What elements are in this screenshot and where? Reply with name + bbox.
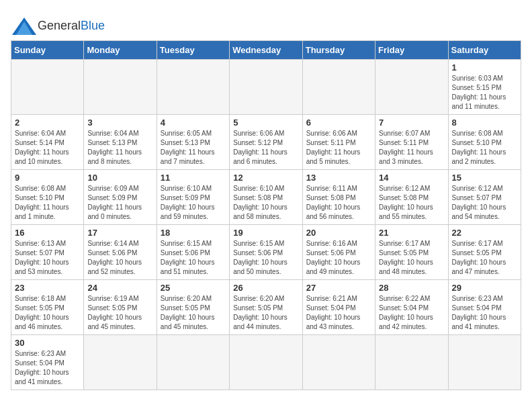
calendar-cell: 5Sunrise: 6:06 AMSunset: 5:12 PMDaylight… xyxy=(230,115,302,170)
day-number: 22 xyxy=(452,228,517,238)
calendar-cell: 16Sunrise: 6:13 AMSunset: 5:07 PMDayligh… xyxy=(11,225,84,280)
calendar-cell: 19Sunrise: 6:15 AMSunset: 5:06 PMDayligh… xyxy=(230,225,302,280)
day-info: Sunrise: 6:12 AMSunset: 5:07 PMDaylight:… xyxy=(452,184,517,222)
day-header-wednesday: Wednesday xyxy=(230,41,302,60)
calendar-week-row: 2Sunrise: 6:04 AMSunset: 5:14 PMDaylight… xyxy=(11,115,521,170)
day-info: Sunrise: 6:09 AMSunset: 5:09 PMDaylight:… xyxy=(87,184,152,222)
calendar-cell: 10Sunrise: 6:09 AMSunset: 5:09 PMDayligh… xyxy=(84,170,157,225)
calendar-cell: 9Sunrise: 6:08 AMSunset: 5:10 PMDaylight… xyxy=(11,170,84,225)
calendar-cell xyxy=(11,60,84,115)
calendar-header-row: SundayMondayTuesdayWednesdayThursdayFrid… xyxy=(11,41,521,60)
day-info: Sunrise: 6:20 AMSunset: 5:05 PMDaylight:… xyxy=(233,294,298,332)
calendar-cell xyxy=(230,60,302,115)
calendar-cell: 1Sunrise: 6:03 AMSunset: 5:15 PMDaylight… xyxy=(448,60,521,115)
calendar-cell: 17Sunrise: 6:14 AMSunset: 5:06 PMDayligh… xyxy=(84,225,157,280)
calendar-week-row: 30Sunrise: 6:23 AMSunset: 5:04 PMDayligh… xyxy=(11,335,521,390)
day-number: 25 xyxy=(161,283,226,293)
calendar-cell xyxy=(84,60,157,115)
calendar-cell: 3Sunrise: 6:04 AMSunset: 5:13 PMDaylight… xyxy=(84,115,157,170)
day-info: Sunrise: 6:20 AMSunset: 5:05 PMDaylight:… xyxy=(161,294,226,332)
calendar-cell: 11Sunrise: 6:10 AMSunset: 5:09 PMDayligh… xyxy=(157,170,229,225)
day-info: Sunrise: 6:15 AMSunset: 5:06 PMDaylight:… xyxy=(233,239,298,277)
day-header-saturday: Saturday xyxy=(448,41,521,60)
calendar-cell: 23Sunrise: 6:18 AMSunset: 5:05 PMDayligh… xyxy=(11,280,84,335)
calendar-cell xyxy=(375,335,448,390)
day-number: 27 xyxy=(306,283,371,293)
calendar-week-row: 9Sunrise: 6:08 AMSunset: 5:10 PMDaylight… xyxy=(11,170,521,225)
day-info: Sunrise: 6:13 AMSunset: 5:07 PMDaylight:… xyxy=(15,239,80,277)
calendar-cell: 6Sunrise: 6:06 AMSunset: 5:11 PMDaylight… xyxy=(302,115,375,170)
day-header-friday: Friday xyxy=(375,41,448,60)
day-number: 2 xyxy=(15,118,80,128)
day-info: Sunrise: 6:19 AMSunset: 5:05 PMDaylight:… xyxy=(87,294,152,332)
day-info: Sunrise: 6:15 AMSunset: 5:06 PMDaylight:… xyxy=(161,239,226,277)
calendar-cell: 22Sunrise: 6:17 AMSunset: 5:05 PMDayligh… xyxy=(448,225,521,280)
day-number: 11 xyxy=(161,173,226,183)
day-header-thursday: Thursday xyxy=(302,41,375,60)
day-number: 10 xyxy=(87,173,152,183)
calendar-cell: 8Sunrise: 6:08 AMSunset: 5:10 PMDaylight… xyxy=(448,115,521,170)
day-info: Sunrise: 6:23 AMSunset: 5:04 PMDaylight:… xyxy=(452,294,517,332)
calendar-cell: 13Sunrise: 6:11 AMSunset: 5:08 PMDayligh… xyxy=(302,170,375,225)
day-number: 18 xyxy=(161,228,226,238)
calendar-cell: 2Sunrise: 6:04 AMSunset: 5:14 PMDaylight… xyxy=(11,115,84,170)
day-number: 29 xyxy=(452,283,517,293)
calendar-cell: 29Sunrise: 6:23 AMSunset: 5:04 PMDayligh… xyxy=(448,280,521,335)
calendar-cell xyxy=(302,60,375,115)
day-info: Sunrise: 6:10 AMSunset: 5:09 PMDaylight:… xyxy=(161,184,226,222)
day-info: Sunrise: 6:14 AMSunset: 5:06 PMDaylight:… xyxy=(87,239,152,277)
calendar-cell: 18Sunrise: 6:15 AMSunset: 5:06 PMDayligh… xyxy=(157,225,229,280)
calendar-cell xyxy=(230,335,302,390)
calendar-cell: 28Sunrise: 6:22 AMSunset: 5:04 PMDayligh… xyxy=(375,280,448,335)
day-info: Sunrise: 6:11 AMSunset: 5:08 PMDaylight:… xyxy=(306,184,371,222)
day-info: Sunrise: 6:04 AMSunset: 5:14 PMDaylight:… xyxy=(15,129,80,167)
calendar-cell: 26Sunrise: 6:20 AMSunset: 5:05 PMDayligh… xyxy=(230,280,302,335)
calendar-week-row: 16Sunrise: 6:13 AMSunset: 5:07 PMDayligh… xyxy=(11,225,521,280)
calendar-week-row: 1Sunrise: 6:03 AMSunset: 5:15 PMDaylight… xyxy=(11,60,521,115)
calendar-cell xyxy=(157,335,229,390)
day-number: 3 xyxy=(87,118,152,128)
day-number: 21 xyxy=(379,228,444,238)
day-info: Sunrise: 6:08 AMSunset: 5:10 PMDaylight:… xyxy=(452,129,517,167)
day-number: 20 xyxy=(306,228,371,238)
day-number: 26 xyxy=(233,283,298,293)
day-number: 28 xyxy=(379,283,444,293)
day-info: Sunrise: 6:06 AMSunset: 5:11 PMDaylight:… xyxy=(306,129,371,167)
day-number: 8 xyxy=(452,118,517,128)
day-info: Sunrise: 6:03 AMSunset: 5:15 PMDaylight:… xyxy=(452,74,517,111)
calendar-cell xyxy=(302,335,375,390)
calendar: SundayMondayTuesdayWednesdayThursdayFrid… xyxy=(11,40,521,390)
day-number: 12 xyxy=(233,173,298,183)
calendar-cell: 12Sunrise: 6:10 AMSunset: 5:08 PMDayligh… xyxy=(230,170,302,225)
day-info: Sunrise: 6:21 AMSunset: 5:04 PMDaylight:… xyxy=(306,294,371,332)
day-number: 19 xyxy=(233,228,298,238)
header: GeneralBlue xyxy=(11,11,521,35)
day-number: 7 xyxy=(379,118,444,128)
day-number: 14 xyxy=(379,173,444,183)
day-number: 13 xyxy=(306,173,371,183)
day-number: 15 xyxy=(452,173,517,183)
calendar-cell xyxy=(84,335,157,390)
day-info: Sunrise: 6:10 AMSunset: 5:08 PMDaylight:… xyxy=(233,184,298,222)
day-number: 30 xyxy=(15,338,80,348)
calendar-week-row: 23Sunrise: 6:18 AMSunset: 5:05 PMDayligh… xyxy=(11,280,521,335)
calendar-cell: 14Sunrise: 6:12 AMSunset: 5:08 PMDayligh… xyxy=(375,170,448,225)
calendar-cell: 7Sunrise: 6:07 AMSunset: 5:11 PMDaylight… xyxy=(375,115,448,170)
day-number: 4 xyxy=(161,118,226,128)
day-info: Sunrise: 6:12 AMSunset: 5:08 PMDaylight:… xyxy=(379,184,444,222)
calendar-cell: 25Sunrise: 6:20 AMSunset: 5:05 PMDayligh… xyxy=(157,280,229,335)
day-number: 1 xyxy=(452,62,517,73)
logo-text: GeneralBlue xyxy=(38,19,105,32)
calendar-cell: 15Sunrise: 6:12 AMSunset: 5:07 PMDayligh… xyxy=(448,170,521,225)
calendar-cell xyxy=(157,60,229,115)
day-info: Sunrise: 6:22 AMSunset: 5:04 PMDaylight:… xyxy=(379,294,444,332)
day-info: Sunrise: 6:06 AMSunset: 5:12 PMDaylight:… xyxy=(233,129,298,167)
day-number: 6 xyxy=(306,118,371,128)
day-number: 17 xyxy=(87,228,152,238)
calendar-cell: 4Sunrise: 6:05 AMSunset: 5:13 PMDaylight… xyxy=(157,115,229,170)
calendar-cell: 20Sunrise: 6:16 AMSunset: 5:06 PMDayligh… xyxy=(302,225,375,280)
calendar-cell: 21Sunrise: 6:17 AMSunset: 5:05 PMDayligh… xyxy=(375,225,448,280)
day-number: 9 xyxy=(15,173,80,183)
day-info: Sunrise: 6:18 AMSunset: 5:05 PMDaylight:… xyxy=(15,294,80,332)
day-number: 24 xyxy=(87,283,152,293)
